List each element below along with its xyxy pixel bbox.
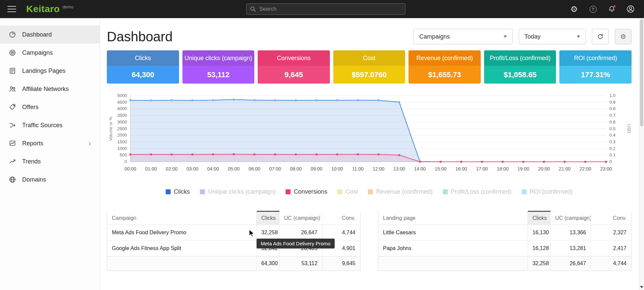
y-tick-left: 500	[120, 152, 127, 157]
sidebar-item-affiliate-networks[interactable]: Affiliate Networks	[0, 80, 100, 98]
campaign-name[interactable]: Meta Ads Food Delivery Promo	[107, 225, 257, 241]
legend-item-unique-clicks-campaign-[interactable]: Unique clicks (campaign)	[200, 188, 275, 195]
series-marker	[212, 99, 214, 101]
legend-item-revenue-confirmed-[interactable]: Revenue (confirmed)	[368, 188, 432, 195]
dashboard-settings-button[interactable]: ⚙	[615, 29, 632, 44]
sidebar-item-reports[interactable]: Reports ›	[0, 134, 100, 152]
cell-uc: 13,366	[550, 225, 591, 241]
notifications-bell-icon[interactable]	[607, 5, 616, 13]
x-tick: 09:00	[311, 166, 323, 172]
table-row[interactable]: Little Caesars 16,130 13,366 2,327	[378, 225, 632, 241]
metric-label: Profit/Loss (confirmed)	[484, 50, 556, 66]
column-header-campaign[interactable]: Campaign	[107, 211, 257, 225]
column-header-uc[interactable]: UC (campaign)	[550, 211, 591, 225]
account-avatar-icon[interactable]	[626, 5, 635, 13]
series-marker	[150, 99, 152, 101]
metric-card-revenue[interactable]: Revenue (confirmed) $1,655.73	[409, 50, 481, 84]
sidebar: Dashboard Campaigns Landings Pages Affil…	[0, 18, 100, 290]
series-marker	[315, 99, 317, 101]
series-marker	[605, 161, 607, 163]
column-header-clicks[interactable]: Clicks	[256, 211, 279, 225]
campaigns-filter-select[interactable]: Campaigns	[414, 29, 513, 44]
total-clicks: 32,258	[527, 256, 550, 271]
y-tick-left: 4500	[117, 100, 127, 105]
series-marker	[439, 161, 441, 163]
main-content: Dashboard Campaigns Today ⚙ Clicks 64,3	[100, 18, 644, 290]
campaign-name[interactable]: Google Ads Fitness App Split	[107, 241, 257, 256]
cell-clicks: 32,258	[256, 225, 279, 241]
date-range-select[interactable]: Today	[519, 29, 586, 44]
y-tick-right: 0.1	[609, 152, 615, 157]
column-header-conv[interactable]: Conv.	[591, 211, 632, 225]
metric-card-cost[interactable]: Cost $597.0760	[333, 50, 405, 84]
column-header-uc[interactable]: UC (campaign)	[279, 211, 322, 225]
date-range-value: Today	[524, 33, 541, 40]
metric-card-clicks[interactable]: Clicks 64,300	[107, 50, 179, 84]
x-tick: 18:00	[497, 166, 509, 172]
metric-value: 177.31%	[559, 66, 632, 84]
legend-item-clicks[interactable]: Clicks	[166, 188, 190, 195]
help-icon[interactable]: ?	[589, 5, 597, 13]
sidebar-item-dashboard[interactable]: Dashboard	[0, 26, 100, 44]
scroll-down-arrow[interactable]	[640, 286, 643, 288]
traffic-chart: 0500100015002000250030003500400045005000…	[107, 93, 632, 178]
column-header-conv[interactable]: Conv.	[322, 211, 360, 225]
metric-card-unique-clicks[interactable]: Unique clicks (campaign) 53,112	[182, 50, 255, 84]
refresh-icon	[597, 33, 604, 40]
y-tick-left: 2500	[117, 126, 127, 131]
landing-name[interactable]: Papa Johns	[378, 241, 528, 256]
legend-item-profit-loss-confirmed-[interactable]: Profit/Loss (confirmed)	[443, 188, 512, 195]
metric-value: $597.0760	[333, 66, 405, 84]
metric-card-roi[interactable]: ROI (confirmed) 177.31%	[559, 50, 632, 84]
table-row[interactable]: Meta Ads Food Delivery Promo 32,258 26,6…	[107, 225, 360, 241]
series-marker	[171, 99, 173, 101]
traffic-sources-icon	[9, 122, 16, 129]
vertical-scrollbar[interactable]	[639, 18, 644, 290]
column-header-landing-page[interactable]: Landing page	[378, 211, 528, 225]
metric-card-conversions[interactable]: Conversions 9,645	[258, 50, 330, 84]
sidebar-item-label: Landings Pages	[22, 67, 66, 75]
search-input[interactable]	[259, 6, 405, 12]
y-axis-label-right: USD	[627, 124, 632, 133]
series-marker	[191, 153, 193, 155]
series-marker	[357, 153, 359, 155]
sidebar-item-label: Offers	[22, 104, 39, 111]
table-row[interactable]: Papa Johns 16,128 13,281 2,417	[378, 241, 632, 256]
mouse-cursor	[249, 229, 257, 239]
x-tick: 22:00	[579, 166, 591, 172]
series-marker	[233, 98, 235, 100]
app-logo[interactable]: Keitaro demo	[26, 4, 74, 14]
metric-label: Cost	[333, 50, 405, 66]
legend-swatch	[337, 189, 342, 194]
metric-card-profit-loss[interactable]: Profit/Loss (confirmed) $1,058.65	[484, 50, 556, 84]
sidebar-item-offers[interactable]: Offers	[0, 98, 100, 116]
legend-item-cost[interactable]: Cost	[337, 188, 358, 195]
x-tick: 12:00	[373, 166, 384, 172]
landing-name[interactable]: Little Caesars	[378, 225, 528, 241]
legend-item-conversions[interactable]: Conversions	[286, 188, 327, 195]
legend-item-roi-confirmed-[interactable]: ROI (confirmed)	[522, 188, 573, 195]
y-tick-left: 1000	[117, 146, 127, 151]
sidebar-item-trends[interactable]: Trends	[0, 152, 100, 171]
series-marker	[522, 161, 524, 163]
metric-cards: Clicks 64,300 Unique clicks (campaign) 5…	[107, 50, 632, 84]
global-search[interactable]	[246, 3, 405, 15]
row-tooltip: Meta Ads Food Delivery Promo	[257, 239, 335, 248]
affiliate-networks-icon	[9, 85, 16, 93]
legend-label: Conversions	[294, 188, 327, 195]
menu-icon[interactable]	[7, 6, 16, 12]
series-marker	[584, 161, 586, 163]
sidebar-item-domains[interactable]: Domains	[0, 171, 100, 189]
total-uc: 53,112	[279, 256, 322, 271]
settings-gear-icon[interactable]: ⚙	[570, 5, 578, 13]
sidebar-item-traffic-sources[interactable]: Traffic Sources	[0, 116, 100, 134]
scrollbar-thumb[interactable]	[640, 19, 643, 127]
series-marker	[419, 161, 421, 163]
refresh-button[interactable]	[592, 29, 609, 44]
y-tick-left: 5000	[117, 93, 127, 98]
column-header-clicks[interactable]: Clicks	[527, 211, 550, 225]
sidebar-item-landings[interactable]: Landings Pages	[0, 62, 100, 80]
trends-icon	[9, 158, 16, 165]
sidebar-item-campaigns[interactable]: Campaigns	[0, 44, 100, 62]
sidebar-item-label: Affiliate Networks	[22, 86, 69, 93]
